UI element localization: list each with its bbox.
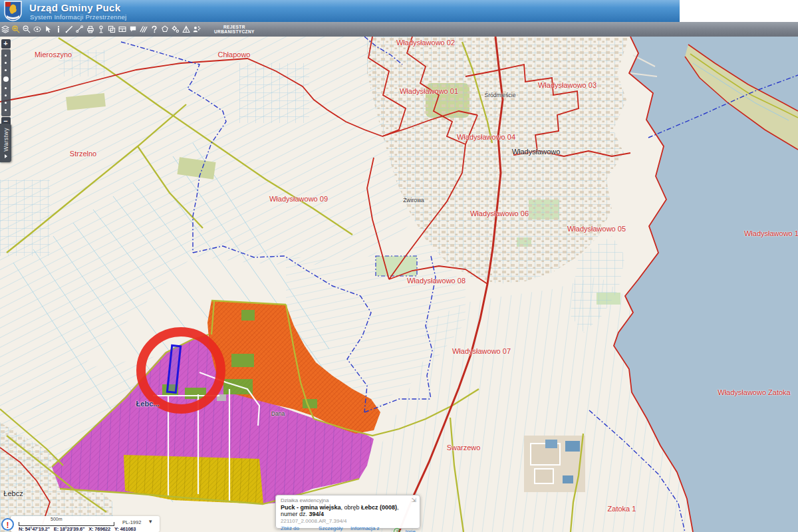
polygon-tool-button[interactable] — [160, 23, 170, 36]
polygon-icon — [160, 25, 170, 34]
user-comment-icon — [192, 25, 201, 34]
comment-tool-button[interactable] — [128, 23, 138, 36]
measure-icon — [75, 25, 84, 34]
print-icon — [86, 25, 95, 34]
app-subtitle: System Informacji Przestrzennej — [30, 13, 127, 21]
panels-icon — [118, 25, 127, 34]
gis-application: Urząd Gminy Puck System Informacji Przes… — [0, 0, 798, 532]
print-tool-button[interactable] — [85, 23, 96, 36]
select-ellipse-tool-button[interactable] — [32, 23, 43, 36]
popup-link[interactable]: Informacja z planu — [350, 525, 389, 532]
parcel-identifier: 221107_2.0008.AR_7.394/4 — [281, 518, 416, 524]
pin-tool-button[interactable] — [96, 23, 106, 36]
zoom-level-dot[interactable] — [5, 62, 7, 64]
popup-title: Działka ewidencyjna — [281, 497, 416, 503]
header-white-gap — [680, 0, 798, 22]
popup-link[interactable]: Szczegóły (i) — [319, 525, 346, 532]
prism-tool-button[interactable] — [181, 23, 192, 36]
cursor-icon — [43, 25, 53, 34]
popup-close-icon[interactable]: ⇲ — [411, 497, 416, 503]
chevron-down-icon[interactable]: ▾ — [149, 518, 152, 525]
zoom-out-tool-button[interactable] — [21, 23, 32, 36]
warning-icon[interactable]: ! — [1, 518, 14, 531]
expand-arrow-icon — [5, 154, 7, 158]
main-toolbar: REJESTR URBANISTYCZNY — [0, 22, 798, 37]
layers-tab-label: Warstwy — [3, 128, 9, 152]
app-title: Urząd Gminy Puck — [29, 2, 120, 13]
zoom-slider-track[interactable] — [1, 49, 11, 116]
map-canvas — [0, 37, 798, 532]
zoom-in-tool-button[interactable] — [11, 23, 21, 36]
scale-coordinates-panel: 500m PL-1992 ▾ N: 54°47'19.2"E: 18°23'39… — [11, 516, 160, 532]
parcel-description: Puck - gmina wiejska, obręb Łebcz (0008)… — [281, 504, 416, 517]
header-banner: Urząd Gminy Puck System Informacji Przes… — [0, 0, 680, 22]
comment-icon — [128, 25, 138, 34]
zoom-in-button[interactable]: + — [1, 39, 11, 49]
parcel-info-popup: Działka ewidencyjna ⇲ Puck - gmina wiejs… — [275, 495, 420, 529]
zoom-level-dot[interactable] — [5, 69, 7, 71]
popup-link[interactable]: Inne — [405, 529, 416, 532]
info-tool-button[interactable] — [53, 23, 64, 36]
select-ellipse-icon — [33, 25, 42, 34]
plant-site — [524, 436, 585, 492]
popup-link[interactable]: Zbliż do obiektu — [281, 525, 314, 532]
cursor-coordinates: N: 54°47'19.2"E: 18°23'39.6"X: 769622Y: … — [19, 526, 158, 532]
zoom-in-icon — [11, 25, 21, 34]
zoom-slider: + − — [1, 39, 11, 126]
copy-icon — [107, 25, 116, 34]
hatch-icon — [139, 25, 148, 34]
panels-tool-button[interactable] — [117, 23, 128, 36]
settings-icon — [171, 25, 180, 34]
rejestr-urbanistyczny-button[interactable]: REJESTR URBANISTYCZNY — [210, 23, 259, 35]
plus-icon[interactable]: + — [394, 528, 400, 532]
pin-icon — [96, 25, 106, 34]
zoom-level-dot[interactable] — [5, 109, 7, 111]
zoom-level-dot[interactable] — [5, 55, 7, 57]
zoom-level-dot[interactable] — [5, 102, 7, 104]
measure-tool-button[interactable] — [74, 23, 85, 36]
layers-tool-button[interactable] — [0, 23, 11, 36]
info-icon — [54, 25, 63, 34]
scale-value: 500m — [51, 517, 63, 521]
hatch-tool-button[interactable] — [138, 23, 149, 36]
draw-line-icon — [65, 25, 74, 34]
popup-actions: Zbliż do obiektuSzczegóły (i)Informacja … — [281, 525, 416, 532]
coat-of-arms-logo — [4, 1, 22, 21]
prism-icon — [182, 25, 191, 34]
map-viewport[interactable]: MieroszynoChłapowoWładysławowo 02Władysł… — [0, 37, 798, 532]
zoom-level-current[interactable] — [3, 76, 9, 82]
layers-panel-tab[interactable]: Warstwy — [0, 124, 11, 162]
crs-selector[interactable]: PL-1992 — [122, 519, 141, 525]
draw-line-tool-button[interactable] — [64, 23, 74, 36]
copy-tool-button[interactable] — [106, 23, 117, 36]
zoom-level-dot[interactable] — [5, 94, 7, 96]
user-comment-tool-button[interactable] — [192, 23, 202, 36]
help-tool-button[interactable] — [149, 23, 160, 36]
settings-tool-button[interactable] — [170, 23, 181, 36]
zoom-level-dot[interactable] — [5, 87, 7, 89]
cursor-tool-button[interactable] — [43, 23, 53, 36]
help-icon — [150, 25, 159, 34]
layers-icon — [1, 25, 10, 34]
zoom-out-icon — [22, 25, 31, 34]
